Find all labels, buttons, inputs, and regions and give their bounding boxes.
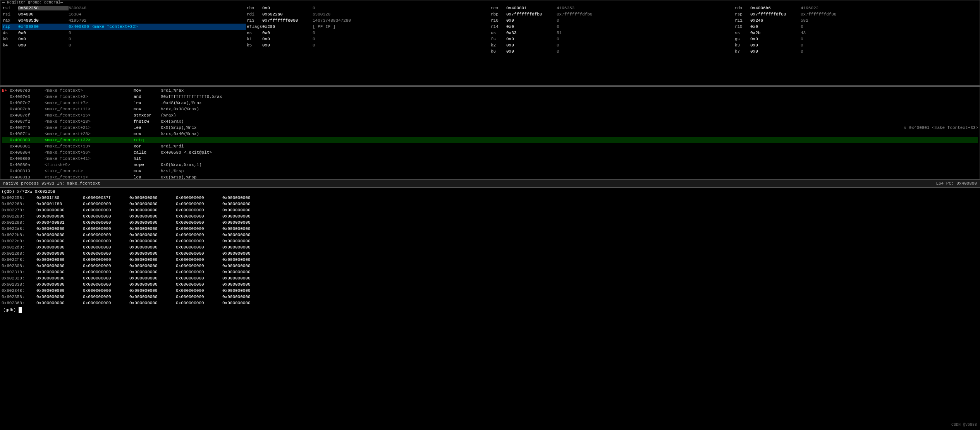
disasm-row-12: 0x40080a <finish+9> nopw 0x0(%rax,%rax,1… — [2, 162, 978, 168]
reg-val-rdi: 0x6022a0 — [262, 12, 313, 17]
mem-val-9-4: 0x000000000 — [222, 251, 269, 256]
mem-addr-5: 0x6022a8: — [2, 226, 36, 231]
reg-extra-r10: 0 — [557, 18, 733, 23]
mem-val-16-0: 0x000000000 — [36, 295, 83, 299]
memory-row-7: 0x6022c8:0x0000000000x0000000000x0000000… — [2, 238, 978, 244]
reg-extra-rax: 4195792 — [69, 18, 245, 23]
mem-val-11-2: 0x000000000 — [129, 264, 176, 268]
mem-addr-15: 0x602348: — [2, 288, 36, 293]
reg-val-k4: 0x0 — [18, 43, 69, 48]
reg-val-rbx: 0x0 — [262, 6, 313, 10]
mem-addr-4: 0x602298: — [2, 220, 36, 225]
memory-row-0: 0x602258:0x0001f800x00000037f0x000000000… — [2, 195, 978, 201]
mem-val-12-2: 0x000000000 — [129, 270, 176, 274]
status-right: L64 PC: 0x400800 — [936, 181, 977, 186]
mem-val-7-2: 0x000000000 — [129, 239, 176, 243]
reg-val-r10: 0x0 — [506, 18, 557, 23]
reg-val-rcx: 0x400801 — [506, 6, 557, 10]
memory-panel: (gdb) x/72xw 0x602258 0x602258:0x0001f80… — [0, 188, 980, 420]
mem-val-9-1: 0x000000000 — [83, 251, 129, 256]
reg-extra-rbp: 0x7fffffffdfb0 — [557, 12, 733, 17]
disasm-ops-4: (%rax) — [161, 113, 978, 118]
reg-val-k7: 0x0 — [750, 49, 801, 54]
memory-row-3: 0x602288:0x0000000000x0000000000x0000000… — [2, 213, 978, 219]
reg-name-eflags: eflags — [247, 24, 262, 29]
disasm-mnem-12: nopw — [134, 163, 161, 167]
disasm-sym-5: <make_fcontext+18> — [45, 119, 134, 124]
mem-val-11-4: 0x000000000 — [222, 264, 269, 268]
disasm-sym-8: <make_fcontext+32> — [45, 138, 134, 142]
reg-extra-k4: 0 — [69, 43, 245, 48]
disasm-mnem-2: lea — [134, 101, 161, 105]
reg-row-rbx: rbx 0x0 0 — [246, 5, 490, 11]
mem-val-4-0: 0x000400801 — [36, 220, 83, 225]
disasm-sym-1: <make_fcontext+3> — [45, 94, 134, 99]
reg-row-eflags: eflags 0x206 [ PF IF ] — [246, 24, 490, 30]
mem-val-0-1: 0x00000037f — [83, 195, 129, 200]
mem-val-17-2: 0x000000000 — [129, 301, 176, 305]
watermark: CSDN @v6888 — [951, 423, 977, 427]
mem-addr-14: 0x602338: — [2, 282, 36, 287]
mem-addr-2: 0x602278: — [2, 208, 36, 212]
mem-val-6-1: 0x000000000 — [83, 233, 129, 237]
mem-addr-9: 0x6022e8: — [2, 251, 36, 256]
mem-val-16-4: 0x000000000 — [222, 295, 269, 299]
memory-command-row: (gdb) x/72xw 0x602258 — [2, 188, 978, 195]
mem-val-9-2: 0x000000000 — [129, 251, 176, 256]
disasm-addr-4: 0x4007ef — [10, 113, 45, 118]
reg-name-rdx: rdx — [735, 6, 750, 10]
disasm-sym-14: <take_fcontext+3> — [45, 175, 134, 179]
reg-extra-r13: 140737488347280 — [313, 18, 489, 23]
disasm-sym-4: <make_fcontext+15> — [45, 113, 134, 118]
reg-val-rsp: 0x7fffffffdf88 — [750, 12, 801, 17]
disasm-mnem-0: mov — [134, 88, 161, 93]
disasm-ops-14: 0x8(%rsp),%rsp — [161, 175, 978, 179]
reg-row-k0: k0 0x0 0 — [2, 36, 246, 42]
disasm-row-3: 0x4007eb <make_fcontext+11> mov %rdx,0x3… — [2, 106, 978, 112]
mem-val-1-2: 0x000000000 — [129, 202, 176, 206]
reg-extra-gs: 0 — [801, 37, 977, 41]
disasm-mnem-5: fnstcw — [134, 119, 161, 124]
register-column-4: rdx 0x4006b6 4196022 rsp 0x7fffffffdf88 … — [734, 5, 978, 55]
mem-val-0-0: 0x0001f80 — [36, 195, 83, 200]
disasm-mnem-8: retq — [134, 138, 161, 142]
disasm-addr-6: 0x4007f5 — [10, 125, 45, 130]
disasm-ops-2: -0x48(%rax),%rax — [161, 101, 978, 105]
disasm-ops-3: %rdx,0x38(%rax) — [161, 107, 978, 111]
disasm-mnem-13: mov — [134, 169, 161, 173]
reg-extra-r15: 0 — [801, 24, 977, 29]
reg-row-k2: k2 0x0 0 — [490, 42, 734, 48]
disasm-ops-5: 0x4(%rax) — [161, 119, 978, 124]
reg-extra-cs: 51 — [557, 31, 733, 35]
reg-row-k6: k6 0x0 0 — [490, 48, 734, 55]
mem-val-14-3: 0x000000000 — [176, 282, 222, 287]
mem-val-1-0: 0x00001f80 — [36, 202, 83, 206]
reg-row-rsp: rsp 0x7fffffffdf88 0x7fffffffdf88 — [734, 11, 978, 17]
reg-name-rdi: rdi — [247, 12, 262, 17]
disasm-mnem-9: xor — [134, 144, 161, 149]
reg-row-r15: r15 0x0 0 — [734, 24, 978, 30]
reg-name-rbp: rbp — [491, 12, 506, 17]
disasm-sym-11: <make_fcontext+41> — [45, 156, 134, 161]
reg-row-k4: k4 0x0 0 — [2, 42, 246, 48]
reg-extra-r11: 582 — [801, 18, 977, 23]
reg-extra-k5: 0 — [313, 43, 489, 48]
mem-addr-7: 0x6022c8: — [2, 239, 36, 243]
reg-extra-rcx: 4196353 — [557, 6, 733, 10]
reg-name-k2: k2 — [491, 43, 506, 48]
reg-extra-rsi: 6300248 — [69, 6, 245, 10]
reg-name-rbx: rbx — [247, 6, 262, 10]
reg-val-r14: 0x0 — [506, 24, 557, 29]
mem-addr-11: 0x602308: — [2, 264, 36, 268]
mem-val-14-1: 0x000000000 — [83, 282, 129, 287]
disasm-row-14: 0x400813 <take_fcontext+3> lea 0x8(%rsp)… — [2, 174, 978, 179]
disasm-sym-3: <make_fcontext+11> — [45, 107, 134, 111]
mem-val-8-2: 0x000000000 — [129, 245, 176, 250]
memory-row-12: 0x602318:0x0000000000x0000000000x0000000… — [2, 269, 978, 275]
mem-val-11-0: 0x000000000 — [36, 264, 83, 268]
reg-val-ds: 0x0 — [18, 31, 69, 35]
reg-name-fs: fs — [491, 37, 506, 41]
mem-val-2-1: 0x000000000 — [83, 208, 129, 212]
mem-val-0-2: 0x000000000 — [129, 195, 176, 200]
disasm-addr-13: 0x400810 — [10, 169, 45, 173]
